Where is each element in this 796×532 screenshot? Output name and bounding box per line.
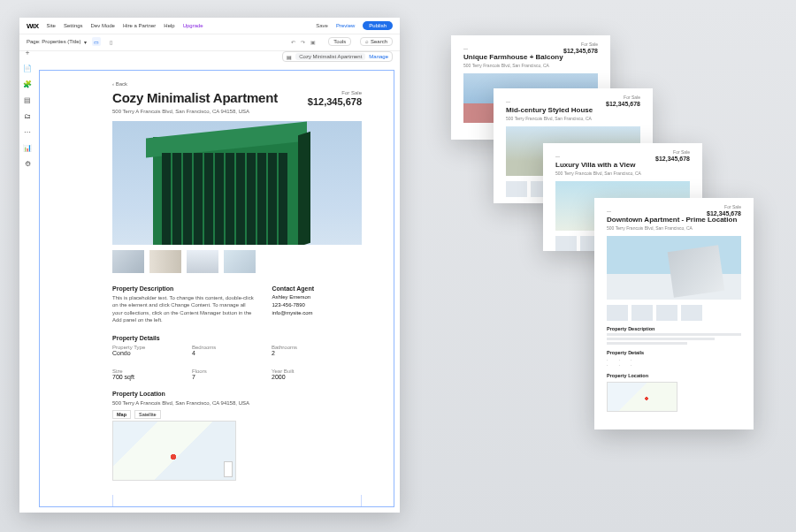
top-menu: WiX Site Settings Dev Mode Hire a Partne… (19, 18, 400, 34)
detail-value[interactable]: Condo (112, 350, 165, 356)
card-thumbs (607, 305, 741, 321)
gallery-thumbnails[interactable] (112, 250, 362, 273)
thumb-3[interactable] (187, 250, 218, 273)
thumb-1[interactable] (112, 250, 144, 273)
chevron-down-icon: ▾ (84, 39, 87, 45)
card-location-heading: Property Location (607, 373, 741, 378)
card-price: $12,345,678 (707, 210, 741, 217)
hero-image[interactable] (112, 121, 362, 245)
card-title: Downtown Apartment - Prime Location (607, 216, 741, 224)
agent-phone[interactable]: 123-456-7890 (272, 302, 362, 308)
rail-more-icon[interactable]: ⋯ (23, 127, 32, 136)
listing-address[interactable]: 500 Terry A Francois Blvd, San Francisco… (112, 109, 362, 114)
card-subtitle: 500 Terry Francois Blvd, San Francisco, … (607, 225, 741, 231)
back-link[interactable]: ‹ Back (112, 81, 362, 87)
menu-settings[interactable]: Settings (64, 23, 83, 28)
card-status: For Sale (724, 204, 741, 209)
rail-pages-icon[interactable]: 📄 (23, 64, 32, 72)
card-price: $12,345,678 (655, 156, 690, 162)
card-details-heading: Property Details (607, 350, 741, 355)
wix-editor-window: WiX Site Settings Dev Mode Hire a Partne… (19, 18, 400, 513)
zoom-out-icon[interactable]: ▣ (310, 39, 316, 45)
card-title: Luxury Villa with a View (555, 161, 690, 169)
repeater-preview-deck: For Sale $12,345,678 — Unique Farmhouse … (433, 35, 787, 495)
card-title: Mid-century Styled House (506, 106, 640, 114)
card-status: For Sale (673, 149, 690, 155)
card-status: For Sale (581, 42, 598, 47)
page-selector[interactable]: Page: Properties (Title) ▾ (27, 39, 87, 45)
wix-logo[interactable]: WiX (27, 22, 39, 30)
card-subtitle: 500 Terry Francois Blvd, San Francisco, … (506, 116, 640, 121)
sub-toolbar: Page: Properties (Title) ▾ ▭ ▯ ↶ ↷ ▣ Too… (19, 34, 400, 51)
card-image (607, 236, 741, 300)
repeater-card: For Sale $12,345,678 — Downtown Apartmen… (594, 198, 754, 429)
card-price: $12,345,678 (563, 48, 598, 54)
undo-icon[interactable]: ↶ (291, 39, 295, 45)
map-widget[interactable] (112, 421, 236, 481)
mobile-view-icon[interactable]: ▯ (106, 37, 115, 46)
publish-button[interactable]: Publish (363, 21, 393, 30)
agent-name[interactable]: Ashley Emerson (272, 294, 362, 300)
menu-hire[interactable]: Hire a Partner (123, 23, 156, 28)
description-heading[interactable]: Property Description (112, 285, 254, 292)
menu-help[interactable]: Help (164, 23, 174, 28)
element-inspector[interactable]: ▤ Cozy Minimalist Apartment Manage (282, 51, 393, 62)
map-tab-map[interactable]: Map (112, 410, 131, 419)
save-button[interactable]: Save (316, 23, 328, 28)
preview-button[interactable]: Preview (336, 23, 355, 28)
redo-icon[interactable]: ↷ (301, 39, 305, 45)
menu-upgrade[interactable]: Upgrade (183, 23, 203, 28)
agent-email[interactable]: info@mysite.com (272, 310, 362, 315)
database-icon: ▤ (287, 54, 292, 60)
rail-layout-icon[interactable]: ▤ (23, 95, 32, 104)
menu-site[interactable]: Site (47, 23, 56, 28)
description-body[interactable]: This is placeholder text. To change this… (112, 294, 254, 324)
rail-analytics-icon[interactable]: 📊 (23, 143, 32, 152)
card-subtitle: 500 Terry Francois Blvd, San Francisco, … (555, 171, 690, 176)
editor-canvas[interactable]: ‹ Back Cozy Minimalist Apartment For Sal… (39, 70, 394, 507)
details-grid: Property TypeCondo Bedrooms4 Bathrooms2 … (112, 345, 362, 380)
menu-devmode[interactable]: Dev Mode (91, 23, 115, 28)
detail-value[interactable]: 4 (192, 350, 245, 356)
card-subtitle: 500 Terry Francois Blvd, San Francisco, … (463, 63, 598, 68)
card-title: Unique Farmhouse + Balcony (463, 53, 598, 61)
rail-settings-icon[interactable]: ⚙ (23, 159, 32, 168)
detail-value[interactable]: 2 (272, 350, 325, 356)
left-rail: ＋ 📄 🧩 ▤ 🗂 ⋯ 📊 ⚙ (23, 48, 32, 168)
listing-title[interactable]: Cozy Minimalist Apartment (112, 90, 278, 105)
listing-status[interactable]: For Sale (308, 90, 362, 95)
detail-value[interactable]: 700 sqft (112, 374, 165, 380)
detail-value[interactable]: 7 (192, 374, 245, 380)
card-status: For Sale (624, 95, 640, 100)
detail-value[interactable]: 2000 (272, 374, 325, 380)
inspector-manage-link[interactable]: Manage (369, 54, 388, 59)
tools-button[interactable]: Tools (328, 37, 351, 46)
card-price: $12,345,678 (606, 101, 640, 107)
card-map (607, 382, 677, 412)
rail-add-icon[interactable]: ＋ (23, 48, 32, 57)
rail-apps-icon[interactable]: 🧩 (23, 80, 32, 88)
inspector-item-label: Cozy Minimalist Apartment (295, 53, 365, 60)
location-heading[interactable]: Property Location (112, 391, 362, 397)
dynamic-page[interactable]: ‹ Back Cozy Minimalist Apartment For Sal… (40, 71, 394, 495)
listing-price[interactable]: $12,345,678 (308, 96, 362, 107)
card-desc-heading: Property Description (607, 326, 741, 331)
agent-heading[interactable]: Contact Agent (272, 285, 362, 292)
desktop-view-icon[interactable]: ▭ (92, 37, 101, 46)
location-address[interactable]: 500 Terry A Francois Blvd, San Francisco… (112, 399, 362, 407)
thumb-4[interactable] (224, 250, 256, 273)
thumb-2[interactable] (149, 250, 181, 273)
rail-cms-icon[interactable]: 🗂 (23, 111, 32, 120)
details-heading[interactable]: Property Details (112, 335, 362, 341)
search-button[interactable]: ⌕ Search (360, 37, 393, 46)
map-tab-satellite[interactable]: Satellite (134, 410, 161, 419)
